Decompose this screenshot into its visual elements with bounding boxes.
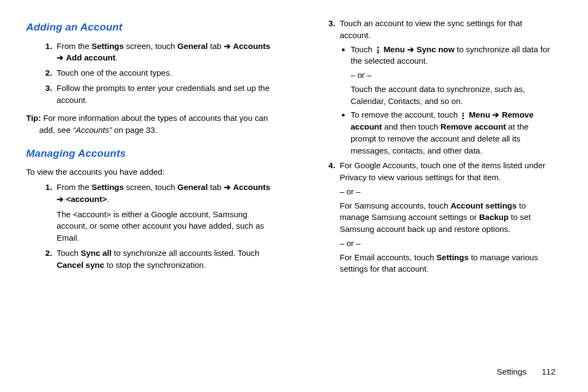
arrow-icon: ➔ (57, 53, 64, 62)
heading-adding-account: Adding an Account (26, 20, 271, 35)
step-3: Follow the prompts to enter your credent… (54, 82, 271, 106)
step-2: Touch Sync all to synchronize all accoun… (54, 247, 271, 271)
step-3: Touch an account to view the sync settin… (338, 17, 554, 156)
arrow-icon: ➔ (224, 41, 231, 51)
heading-managing-accounts: Managing Accounts (26, 146, 271, 161)
step3-bullets: Touch Menu ➔ Sync now to synchronize all… (340, 44, 554, 157)
tip-label: Tip: (26, 113, 41, 122)
arrow-icon: ➔ (224, 182, 231, 192)
managing-steps-contd: Touch an account to view the sync settin… (309, 17, 554, 275)
menu-icon (376, 46, 380, 54)
arrow-icon: ➔ (57, 194, 64, 204)
step-1: From the Settings screen, touch General … (54, 181, 271, 244)
arrow-icon: ➔ (407, 45, 414, 54)
step-1: From the Settings screen, touch General … (54, 40, 271, 64)
arrow-icon: ➔ (492, 110, 499, 119)
footer-section: Settings (497, 367, 526, 376)
right-column: Touch an account to view the sync settin… (309, 17, 554, 355)
left-column: Adding an Account From the Settings scre… (26, 17, 271, 355)
managing-steps: From the Settings screen, touch General … (26, 181, 271, 271)
step-4: For Google Accounts, touch one of the it… (338, 160, 554, 275)
menu-icon (461, 112, 465, 119)
tip-block: Tip: For more information about the type… (26, 112, 271, 136)
page-footer: Settings 112 (497, 366, 555, 378)
bullet-remove: To remove the account, touch Menu ➔ Remo… (351, 109, 554, 156)
managing-intro: To view the accounts you have added: (26, 166, 271, 178)
adding-steps: From the Settings screen, touch General … (26, 40, 271, 106)
page-number: 112 (542, 367, 555, 376)
bullet-sync: Touch Menu ➔ Sync now to synchronize all… (351, 44, 554, 107)
step-2: Touch one of the account types. (54, 67, 271, 79)
